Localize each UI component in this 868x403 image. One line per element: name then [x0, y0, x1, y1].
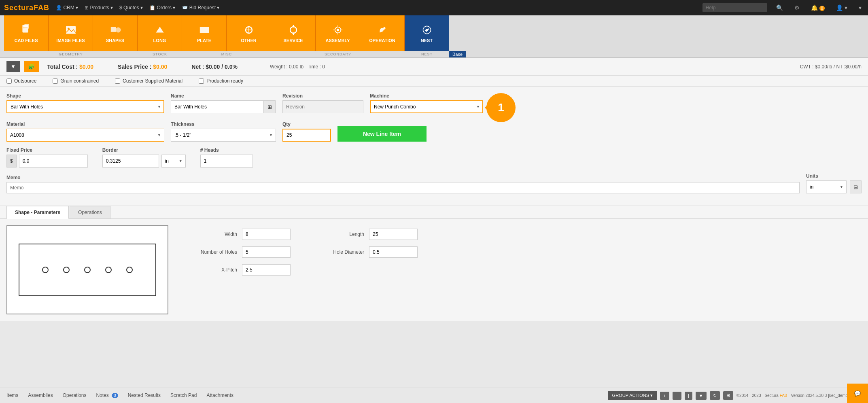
length-label: Length: [312, 231, 364, 237]
search-icon[interactable]: 🔍: [774, 4, 785, 11]
sales-price: Sales Price : $0.00: [118, 64, 167, 70]
refresh-button[interactable]: ↻: [710, 391, 720, 400]
hole-5: [126, 267, 133, 273]
heads-input[interactable]: [200, 155, 253, 168]
tabs-bar: Shape - Parameters Operations: [0, 206, 868, 219]
machine-select[interactable]: New Punch Combo: [370, 100, 483, 113]
bottom-tab-scratch-pad[interactable]: Scratch Pad: [170, 391, 197, 401]
settings-icon[interactable]: ⚙: [792, 4, 802, 11]
nav-crm[interactable]: 👤 CRM ▾: [56, 5, 78, 11]
nav-quotes[interactable]: $ Quotes ▾: [119, 5, 143, 11]
border-input[interactable]: [102, 155, 159, 168]
grain-constrained-checkbox[interactable]: Grain constrained: [53, 78, 99, 84]
thickness-group: Thickness .5 - 1/2": [171, 121, 276, 142]
fixed-price-input[interactable]: [19, 155, 88, 168]
shapes-button[interactable]: Shapes: [93, 15, 138, 51]
customer-supplied-input[interactable]: [115, 78, 120, 84]
nav-orders[interactable]: 📋 Orders ▾: [149, 5, 175, 11]
x-pitch-row: X-Pitch: [185, 264, 418, 276]
geometry-label: GEOMETRY: [59, 51, 83, 57]
num-holes-label: Number of Holes: [185, 249, 237, 255]
assembly-button[interactable]: Assembly: [316, 15, 360, 51]
bottom-tab-operations[interactable]: Operations: [63, 391, 87, 401]
sales-price-value: $0.00: [153, 64, 167, 70]
shape-select[interactable]: Bar With Holes: [6, 100, 164, 113]
bottom-tab-notes[interactable]: Notes 0: [96, 391, 118, 401]
notifications-icon[interactable]: 🔔 0: [809, 4, 827, 11]
user-icon[interactable]: 👤 ▾: [834, 4, 850, 11]
image-files-button[interactable]: Image Files: [49, 15, 93, 51]
tab-operations[interactable]: Operations: [70, 206, 110, 218]
cad-files-label: CAD Files: [14, 38, 38, 43]
production-ready-checkbox[interactable]: Production ready: [199, 78, 243, 84]
outsource-input[interactable]: [6, 78, 12, 84]
nest-label: Nest: [421, 38, 433, 43]
production-ready-input[interactable]: [199, 78, 204, 84]
puzzle-button[interactable]: 🧩: [24, 61, 39, 72]
svg-rect-3: [66, 26, 76, 34]
secondary-label: SECONDARY: [325, 51, 351, 57]
hole-diameter-input[interactable]: [369, 246, 418, 258]
minus-button[interactable]: −: [673, 392, 681, 400]
service-button[interactable]: Service: [271, 15, 316, 51]
filter-button[interactable]: ▼: [696, 392, 707, 400]
tab-shape-parameters[interactable]: Shape - Parameters: [6, 206, 69, 219]
search-input[interactable]: [702, 3, 767, 12]
width-input[interactable]: [242, 229, 291, 240]
plus-button[interactable]: +: [660, 392, 669, 400]
border-input-group: in mm ft: [102, 155, 186, 168]
length-input[interactable]: [369, 229, 418, 240]
outsource-checkbox[interactable]: Outsource: [6, 78, 36, 84]
download-button[interactable]: ▼: [6, 61, 20, 72]
svg-point-18: [426, 29, 428, 31]
long-button[interactable]: Long: [138, 15, 182, 51]
revision-input[interactable]: [282, 100, 363, 113]
heads-label: # Heads: [200, 147, 253, 153]
x-pitch-input[interactable]: [242, 264, 291, 276]
grain-constrained-input[interactable]: [53, 78, 58, 84]
separator-button[interactable]: |: [685, 392, 692, 400]
units-select[interactable]: in mm: [806, 180, 847, 193]
nest-button[interactable]: Nest: [405, 15, 449, 51]
heads-group: # Heads: [200, 147, 253, 168]
geometry-section: CAD Files Image Files Shapes GEOMETRY: [4, 15, 138, 57]
memo-input[interactable]: [6, 182, 800, 193]
shape-content: Width Length Number of Holes Hole Diamet…: [0, 219, 868, 321]
net-value: Net : $0.00 / 0.0%: [191, 64, 238, 70]
form-row-3: Fixed Price $ Border in mm ft # Heads: [6, 147, 862, 168]
more-icon[interactable]: ▾: [856, 4, 864, 11]
operation-button[interactable]: Operation: [360, 15, 405, 51]
nav-bid-request[interactable]: 📨 Bid Request ▾: [182, 5, 219, 11]
nest-section: Nest NEST: [405, 15, 449, 57]
plate-button[interactable]: Plate: [182, 15, 227, 51]
chat-button[interactable]: 💬: [847, 384, 868, 403]
bottom-tab-attachments[interactable]: Attachments: [206, 391, 233, 401]
form-area: Shape Bar With Holes Name ⊞ Revision Mac…: [0, 87, 868, 206]
geometry-buttons: CAD Files Image Files Shapes: [4, 15, 138, 51]
group-actions-button[interactable]: GROUP ACTIONS ▾: [608, 391, 657, 400]
thickness-select-wrapper: .5 - 1/2": [171, 129, 276, 142]
name-icon-button[interactable]: ⊞: [264, 100, 276, 113]
cad-files-button[interactable]: CAD Files: [4, 15, 49, 51]
bottom-tab-assemblies[interactable]: Assemblies: [28, 391, 53, 401]
copy-button[interactable]: ⊟: [850, 180, 862, 193]
new-line-item-button[interactable]: New Line Item: [337, 126, 427, 142]
other-button[interactable]: Other: [227, 15, 271, 51]
qty-input[interactable]: [282, 129, 331, 142]
material-select[interactable]: A1008: [6, 129, 164, 142]
border-label: Border: [102, 147, 186, 153]
base-badge: Base: [449, 51, 466, 57]
svg-rect-8: [199, 27, 208, 33]
thickness-select[interactable]: .5 - 1/2": [171, 129, 276, 142]
num-holes-input[interactable]: [242, 246, 291, 258]
border-unit-select[interactable]: in mm ft: [161, 155, 186, 168]
hole-4: [105, 267, 112, 273]
operation-label: Operation: [369, 38, 395, 43]
bottom-tab-nested-results[interactable]: Nested Results: [128, 391, 161, 401]
weight-time: Weight : 0.00 lb Time : 0: [270, 64, 325, 70]
name-input[interactable]: [171, 100, 264, 113]
customer-supplied-checkbox[interactable]: Customer Supplied Material: [115, 78, 183, 84]
nav-products[interactable]: ⊞ Products ▾: [85, 5, 113, 11]
bottom-tab-items[interactable]: Items: [6, 391, 18, 401]
table-button[interactable]: ⊞: [723, 391, 733, 400]
